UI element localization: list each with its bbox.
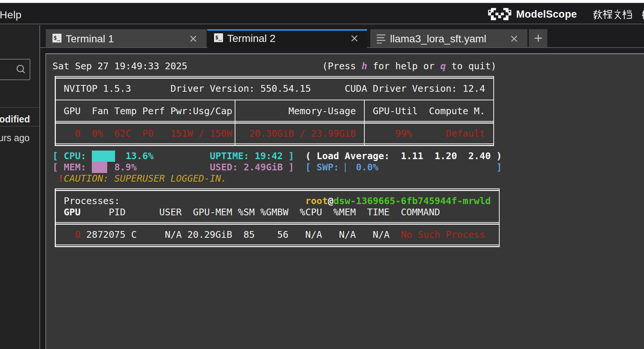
modelscope-wordmark: ModelScope [516,9,577,20]
search-icon [15,64,27,75]
close-icon[interactable] [189,34,198,43]
terminal-icon: $_ [214,33,223,42]
sidebar-file-browser: odified urs ago [0,25,40,349]
modelscope-logo-icon [488,8,511,21]
close-icon[interactable] [510,34,518,43]
filebrowser-column-header-last-modified[interactable]: odified [0,114,30,125]
sidebar-divider [0,107,39,108]
add-tab-button[interactable] [529,29,547,47]
tab-file-llama3-lora-sft-yaml[interactable]: llama3_lora_sft.yaml [370,29,527,47]
tab-terminal-1[interactable]: $_ Terminal 1 [46,29,207,47]
svg-text:$_: $_ [215,34,222,41]
menu-item-docs-chinese[interactable] [593,9,632,20]
tab-terminal-2-active[interactable]: $_ Terminal 2 [207,29,367,48]
menubar: Help ModelScope [0,3,644,24]
file-text-icon [377,34,385,43]
tab-label: Terminal 1 [66,33,114,45]
terminal-icon: $_ [52,34,61,43]
terminal-output-area[interactable] [46,54,644,349]
tab-label: llama3_lora_sft.yaml [390,33,487,45]
window-top-strip [0,0,644,3]
plus-icon [534,34,543,43]
tab-label: Terminal 2 [227,33,276,45]
menu-item-help[interactable]: Help [0,9,21,21]
close-icon[interactable] [350,34,359,43]
svg-text:$_: $_ [54,35,60,41]
sidebar-divider [0,126,39,127]
menu-item-partial-clipped [642,9,644,21]
filebrowser-file-row-modified-ago[interactable]: urs ago [0,133,30,143]
